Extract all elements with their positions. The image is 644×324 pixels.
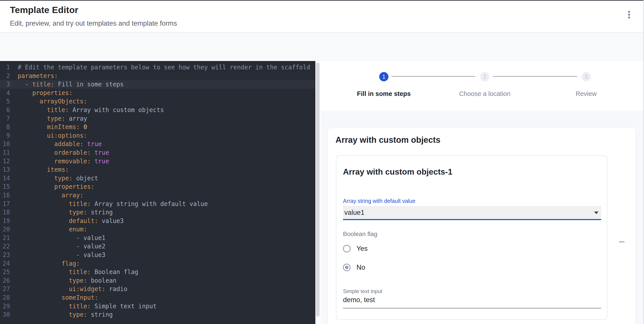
code-text: title: Boolean flag — [18, 268, 138, 276]
form-section-title: Array with custom objects — [336, 135, 440, 145]
radio-checked-icon[interactable] — [343, 264, 350, 271]
editor-line-18[interactable]: 18 type: string — [0, 208, 315, 217]
editor-line-8[interactable]: 8 minItems: 0 — [0, 123, 315, 131]
editor-line-28[interactable]: 28 someInput: — [0, 293, 315, 302]
line-number: 11 — [0, 148, 10, 157]
line-number: 29 — [0, 302, 10, 310]
stepper-connector — [392, 76, 475, 77]
array-item-title: Array with custom objects-1 — [343, 167, 452, 177]
code-text: someInput: — [18, 293, 98, 302]
array-string-select[interactable]: value1 — [343, 206, 601, 220]
editor-line-20[interactable]: 20 enum: — [0, 225, 315, 234]
code-text: title: Array string with default value — [18, 200, 208, 208]
editor-line-11[interactable]: 11 orderable: true — [0, 148, 315, 157]
editor-line-10[interactable]: 10 addable: true — [0, 140, 315, 148]
stepper-connector — [493, 76, 577, 77]
code-text: type: object — [18, 174, 98, 183]
code-text: minItems: 0 — [18, 123, 87, 131]
editor-line-22[interactable]: 22 - value2 — [0, 242, 315, 251]
editor-line-21[interactable]: 21 - value1 — [0, 234, 315, 242]
line-number: 30 — [0, 310, 10, 319]
kebab-menu-icon — [628, 14, 630, 16]
editor-line-2[interactable]: 2parameters: — [0, 72, 315, 80]
minus-icon — [619, 241, 624, 242]
editor-line-3[interactable]: 3 - title: Fill in some steps — [0, 80, 315, 89]
line-number: 8 — [0, 123, 10, 131]
radio-option-yes[interactable]: Yes — [343, 245, 368, 252]
yaml-code-editor[interactable]: 1# Edit the template parameters below to… — [0, 61, 315, 324]
line-number: 20 — [0, 225, 10, 234]
editor-line-16[interactable]: 16 array: — [0, 191, 315, 200]
editor-line-19[interactable]: 19 default: value3 — [0, 217, 315, 225]
editor-line-23[interactable]: 23 - value3 — [0, 251, 315, 259]
editor-line-17[interactable]: 17 title: Array string with default valu… — [0, 200, 315, 208]
editor-line-24[interactable]: 24 flag: — [0, 259, 315, 268]
radio-unchecked-icon[interactable] — [343, 245, 350, 252]
code-text: - value1 — [18, 234, 105, 242]
code-text: title: Array with custom objects — [18, 106, 164, 114]
code-text: - title: Fill in some steps — [18, 80, 124, 89]
editor-lines: 1# Edit the template parameters below to… — [0, 63, 315, 319]
window-top-edge — [0, 0, 644, 1]
editor-line-13[interactable]: 13 items: — [0, 165, 315, 174]
step-circle-2[interactable]: 2 — [480, 72, 490, 81]
editor-line-12[interactable]: 12 removable: true — [0, 157, 315, 166]
line-number: 18 — [0, 208, 10, 217]
code-text: addable: true — [18, 140, 102, 148]
editor-line-26[interactable]: 26 type: boolean — [0, 276, 315, 285]
line-number: 9 — [0, 131, 10, 140]
line-number: 4 — [0, 89, 10, 97]
code-text: array: — [18, 191, 84, 200]
step-circle-3[interactable]: 3 — [582, 72, 591, 81]
code-text: enum: — [18, 225, 87, 234]
code-text: arrayObjects: — [18, 97, 87, 106]
kebab-menu-icon — [628, 17, 630, 19]
more-options-button[interactable] — [623, 9, 635, 21]
editor-scrollbar-thumb[interactable] — [316, 63, 320, 317]
line-number: 21 — [0, 234, 10, 242]
editor-line-27[interactable]: 27 ui:widget: radio — [0, 285, 315, 293]
load-template-section: Load Existing Template — [0, 33, 643, 61]
line-number: 6 — [0, 106, 10, 114]
step-circle-1[interactable]: 1 — [379, 72, 388, 81]
page-title: Template Editor — [10, 5, 78, 15]
code-text: ui:widget: radio — [18, 285, 128, 293]
editor-line-6[interactable]: 6 title: Array with custom objects — [0, 106, 315, 114]
line-number: 27 — [0, 285, 10, 293]
line-number: 19 — [0, 217, 10, 225]
editor-line-25[interactable]: 25 title: Boolean flag — [0, 268, 315, 276]
radio-group-label: Boolean flag — [343, 230, 378, 238]
editor-line-1[interactable]: 1# Edit the template parameters below to… — [0, 63, 315, 72]
line-number: 23 — [0, 251, 10, 259]
code-text: ui:options: — [18, 131, 87, 140]
line-number: 17 — [0, 200, 10, 208]
step-label-2: Choose a location — [459, 90, 510, 98]
code-text: removable: true — [18, 157, 109, 166]
template-editor-app: Template Editor Edit, preview, and try o… — [0, 0, 644, 324]
code-text: items: — [18, 165, 69, 174]
editor-line-7[interactable]: 7 type: array — [0, 114, 315, 123]
editor-line-29[interactable]: 29 title: Simple text input — [0, 302, 315, 310]
line-number: 25 — [0, 268, 10, 276]
line-number: 15 — [0, 182, 10, 191]
editor-line-14[interactable]: 14 type: object — [0, 174, 315, 183]
editor-line-30[interactable]: 30 type: string — [0, 310, 315, 319]
code-text: type: array — [18, 114, 87, 123]
line-number: 13 — [0, 165, 10, 174]
line-number: 10 — [0, 140, 10, 148]
editor-line-15[interactable]: 15 properties: — [0, 182, 315, 191]
editor-line-5[interactable]: 5 arrayObjects: — [0, 97, 315, 106]
line-number: 7 — [0, 114, 10, 123]
code-text: default: value3 — [18, 217, 124, 225]
line-number: 16 — [0, 191, 10, 200]
radio-option-no[interactable]: No — [343, 264, 368, 271]
code-text: - value2 — [18, 242, 105, 251]
line-number: 14 — [0, 174, 10, 183]
text-field-value[interactable]: demo, test — [343, 296, 375, 304]
code-text: properties: — [18, 182, 94, 191]
remove-array-item-button[interactable] — [616, 236, 627, 247]
radio-option-label: No — [356, 263, 365, 271]
editor-line-9[interactable]: 9 ui:options: — [0, 131, 315, 140]
code-text: parameters: — [18, 72, 58, 80]
editor-line-4[interactable]: 4 properties: — [0, 89, 315, 97]
